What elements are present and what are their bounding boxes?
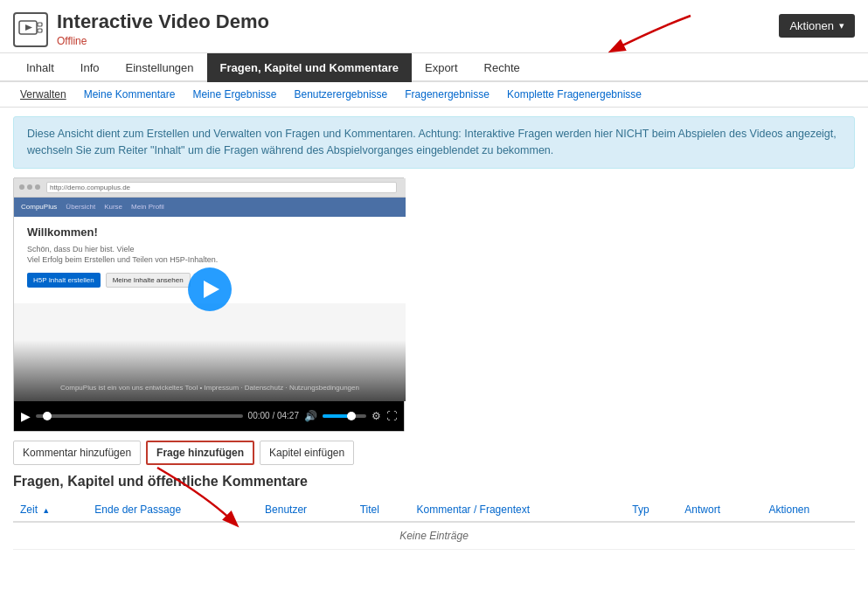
table-title: Fragen, Kapitel und öffentliche Kommenta… [13, 474, 855, 489]
col-titel[interactable]: Titel [353, 498, 410, 522]
sort-arrow-icon: ▲ [42, 506, 50, 515]
table-header-row: Zeit ▲ Ende der Passage Benutzer Titel K… [13, 498, 855, 522]
fullscreen-icon[interactable]: ⛶ [386, 410, 397, 422]
col-zeit[interactable]: Zeit ▲ [13, 498, 87, 522]
col-typ[interactable]: Typ [625, 498, 677, 522]
settings-icon[interactable]: ⚙ [372, 410, 381, 422]
browser-bar: http://demo.compuplus.de [14, 178, 406, 198]
video-action-buttons: Kommentar hinzufügen Frage hinzufügen Ka… [13, 441, 855, 465]
browser-desc: Schön, dass Du hier bist. VieleViel Erfo… [27, 244, 392, 266]
play-icon[interactable]: ▶ [21, 409, 31, 423]
video-icon [18, 17, 43, 42]
info-box-text: Diese Ansicht dient zum Erstellen und Ve… [27, 128, 837, 156]
header-title-block: Interactive Video Demo Offline [57, 10, 269, 47]
info-box: Diese Ansicht dient zum Erstellen und Ve… [13, 116, 855, 169]
col-ende-der-passage[interactable]: Ende der Passage [87, 498, 258, 522]
col-aktionen[interactable]: Aktionen [762, 498, 856, 522]
browser-url: http://demo.compuplus.de [46, 182, 397, 193]
tab-fragen[interactable]: Fragen, Kapitel und Kommentare [207, 53, 412, 82]
svg-marker-1 [25, 24, 32, 31]
aktionen-button[interactable]: Aktionen [779, 14, 855, 38]
volume-bar[interactable] [323, 414, 366, 418]
page-header: Interactive Video Demo Offline Aktionen [0, 0, 868, 53]
browser-welcome: Willkommen! [27, 226, 392, 239]
page-title: Interactive Video Demo [57, 10, 269, 33]
subnav-meine-kommentare[interactable]: Meine Kommentare [77, 86, 183, 103]
subnav-verwalten[interactable]: Verwalten [13, 86, 73, 103]
tab-rechte[interactable]: Rechte [471, 53, 533, 82]
video-controls: ▶ 00:00 / 04:27 🔊 ⚙ ⛶ [14, 401, 404, 431]
svg-rect-2 [38, 23, 42, 26]
play-triangle [204, 281, 219, 298]
browser-dot-3 [35, 184, 40, 190]
table-section: Fragen, Kapitel und öffentliche Kommenta… [13, 474, 855, 550]
col-kommentar-fragentext[interactable]: Kommentar / Fragentext [410, 498, 626, 522]
play-button-overlay[interactable] [188, 267, 232, 311]
frage-hinzufuegen-button[interactable]: Frage hinzufügen [146, 441, 254, 465]
tab-export[interactable]: Export [412, 53, 471, 82]
browser-dot-2 [27, 184, 32, 190]
subnav-fragenergebnisse[interactable]: Fragenergebnisse [398, 86, 496, 103]
action-buttons-container: Kommentar hinzufügen Frage hinzufügen Ka… [0, 441, 868, 465]
main-navigation: Inhalt Info Einstellungen Fragen, Kapite… [0, 53, 868, 82]
browser-btn-h5p: H5P Inhalt erstellen [27, 273, 101, 288]
col-benutzer[interactable]: Benutzer [258, 498, 353, 522]
progress-bar[interactable] [36, 414, 243, 418]
volume-fill [323, 414, 349, 418]
svg-rect-3 [38, 29, 42, 32]
subnav-meine-ergebnisse[interactable]: Meine Ergebnisse [185, 86, 283, 103]
questions-table: Zeit ▲ Ende der Passage Benutzer Titel K… [13, 498, 855, 550]
empty-message: Keine Einträge [13, 522, 855, 550]
kommentar-hinzufuegen-button[interactable]: Kommentar hinzufügen [13, 441, 141, 465]
video-copyright: CompuPlus ist ein von uns entwickeltes T… [14, 379, 406, 392]
browser-dot-1 [19, 184, 24, 190]
video-player: http://demo.compuplus.de CompuPlus Übers… [13, 177, 405, 432]
col-antwort[interactable]: Antwort [677, 498, 761, 522]
volume-icon[interactable]: 🔊 [304, 410, 317, 422]
header-left: Interactive Video Demo Offline [13, 10, 269, 47]
app-icon [13, 12, 48, 47]
tab-einstellungen[interactable]: Einstellungen [113, 53, 207, 82]
browser-btn-mehr: Meine Inhalte ansehen [106, 273, 191, 288]
video-time: 00:00 / 04:27 [248, 411, 299, 420]
table-empty-row: Keine Einträge [13, 522, 855, 550]
volume-dot[interactable] [347, 412, 356, 420]
progress-dot[interactable] [43, 412, 52, 420]
subnav-benutzerergebnisse[interactable]: Benutzerergebnisse [287, 86, 394, 103]
video-preview-area: http://demo.compuplus.de CompuPlus Übers… [14, 178, 406, 401]
kapitel-einfuegen-button[interactable]: Kapitel einfügen [260, 441, 354, 465]
sub-navigation: Verwalten Meine Kommentare Meine Ergebni… [0, 82, 868, 108]
status-badge: Offline [57, 35, 269, 47]
subnav-komplette-fragenergebnisse[interactable]: Komplette Fragenergebnisse [500, 86, 649, 103]
tab-inhalt[interactable]: Inhalt [13, 53, 67, 82]
tab-info[interactable]: Info [67, 53, 113, 82]
